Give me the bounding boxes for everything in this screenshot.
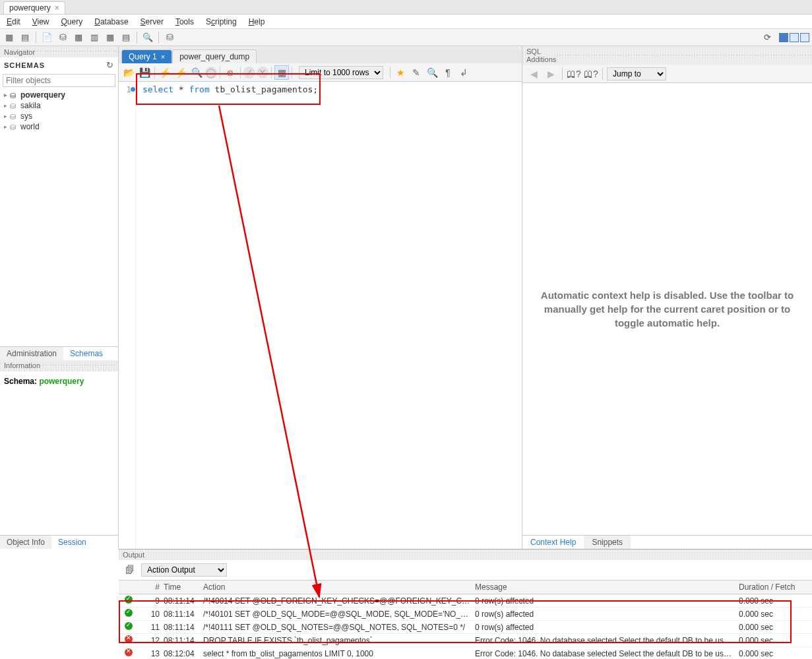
menu-edit[interactable]: Edit [7, 17, 20, 26]
col-msg-header[interactable]: Message [475, 582, 739, 592]
col-time-header[interactable]: Time [164, 582, 203, 592]
menu-tools[interactable]: Tools [175, 17, 194, 26]
inspector-icon[interactable]: ⛁ [56, 31, 69, 44]
separator [292, 67, 292, 78]
editor-tab-label: Query 1 [129, 52, 157, 61]
schema-item-sakila[interactable]: ▸sakila [0, 100, 118, 111]
menu-scripting[interactable]: Scripting [206, 17, 237, 26]
rollback-icon[interactable]: ✕ [257, 67, 268, 78]
tab-snippets[interactable]: Snippets [584, 536, 631, 549]
auto-help-icon[interactable]: 🕮? [567, 67, 581, 81]
stop-icon[interactable]: ◯ [205, 67, 217, 78]
save-icon[interactable]: 💾 [137, 65, 152, 80]
row-duration: 0.000 sec [739, 649, 805, 658]
navigator-header: Navigator ⋯⋯⋯⋯⋯⋯⋯⋯⋯⋯⋯⋯⋯⋯ [0, 46, 118, 57]
separator [271, 67, 272, 78]
tab-administration[interactable]: Administration [0, 347, 63, 360]
filter-input[interactable] [3, 74, 115, 87]
output-row[interactable]: 1008:11:14/*!40101 SET @OLD_SQL_MODE=@@S… [119, 608, 812, 621]
refresh-icon[interactable]: ↻ [106, 60, 114, 70]
new-sql-icon[interactable]: ▦ [3, 31, 16, 44]
close-icon[interactable]: × [161, 53, 165, 61]
output-title-label: Output [123, 551, 144, 559]
jump-to-select[interactable]: Jump to [607, 67, 666, 80]
row-time: 08:11:14 [164, 636, 203, 645]
nav-forward-icon[interactable]: ▶ [544, 67, 558, 81]
new-tab-icon[interactable]: ▤ [18, 31, 32, 44]
connection-tab[interactable]: powerquery × [3, 1, 65, 14]
menu-query[interactable]: Query [61, 17, 83, 26]
nav-back-icon[interactable]: ◀ [526, 67, 541, 81]
database-icon [10, 102, 18, 110]
close-icon[interactable]: × [55, 3, 59, 13]
manual-help-icon[interactable]: 🕮? [584, 67, 598, 81]
explain-icon[interactable]: 🔍 [189, 65, 204, 80]
stop-on-error-icon[interactable]: ⦻ [223, 65, 237, 80]
execute-icon[interactable]: ⚡ [158, 65, 172, 80]
grid-header: # Time Action Message Duration / Fetch [119, 580, 812, 594]
layout-3-icon[interactable] [800, 33, 809, 42]
tab-session[interactable]: Session [51, 536, 93, 549]
chevron-right-icon: ▸ [4, 92, 7, 98]
limit-select[interactable]: Limit to 1000 rows [299, 66, 383, 79]
sql-editor[interactable]: 1 select * from tb_olist_pagamentos; [119, 82, 522, 549]
information-title-label: Information [4, 361, 40, 369]
row-time: 08:11:14 [164, 623, 203, 632]
dots-icon: ⋯⋯⋯⋯⋯⋯⋯⋯⋯⋯⋯⋯⋯⋯⋯⋯⋯⋯⋯⋯⋯⋯⋯⋯⋯⋯⋯⋯⋯⋯ [556, 51, 812, 60]
separator [36, 32, 36, 44]
keyword-select: select [142, 84, 173, 94]
col-action-header[interactable]: Action [203, 582, 475, 592]
search-icon[interactable]: 🔍 [425, 65, 439, 80]
tab-context-help[interactable]: Context Help [522, 536, 584, 549]
func-icon[interactable]: ▤ [119, 31, 133, 44]
open-file-icon[interactable]: 📂 [121, 65, 136, 80]
menu-server[interactable]: Server [141, 17, 164, 26]
separator [137, 32, 137, 44]
row-num: 11 [139, 623, 164, 632]
menu-database[interactable]: Database [94, 17, 128, 26]
connection-tab-label: powerquery [9, 3, 51, 13]
schema-item-world[interactable]: ▸world [0, 121, 118, 132]
limit-rows-select[interactable]: Limit to 1000 rows [299, 66, 383, 79]
schema-item-powerquery[interactable]: ▸powerquery [0, 90, 118, 100]
layout-2-icon[interactable] [790, 33, 799, 42]
tab-object-info[interactable]: Object Info [0, 536, 51, 549]
database-icon [10, 123, 18, 131]
beautify-icon[interactable]: ★ [393, 65, 408, 80]
info-tabs: Object Info Session [0, 535, 118, 549]
output-type-select[interactable]: Action Output [141, 563, 227, 577]
menu-view[interactable]: View [32, 17, 49, 26]
schema-item-sys[interactable]: ▸sys [0, 111, 118, 121]
col-num-header[interactable]: # [139, 582, 164, 592]
sql-additions-header: SQL Additions ⋯⋯⋯⋯⋯⋯⋯⋯⋯⋯⋯⋯⋯⋯⋯⋯⋯⋯⋯⋯⋯⋯⋯⋯⋯⋯… [522, 46, 812, 65]
output-row[interactable]: 1108:11:14/*!40111 SET @OLD_SQL_NOTES=@@… [119, 621, 812, 634]
proc-icon[interactable]: ▦ [104, 31, 117, 44]
output-view-icon[interactable]: 🗐 [123, 563, 137, 577]
find-icon[interactable]: ✎ [409, 65, 423, 80]
editor-tab[interactable]: Query 1× [121, 49, 172, 63]
schema-key-label: Schema: [4, 377, 37, 386]
editor-tab[interactable]: power_query_dump [172, 49, 257, 63]
wrap-icon[interactable]: ↲ [456, 65, 471, 80]
search-icon[interactable]: 🔍 [141, 31, 154, 44]
execute-current-icon[interactable]: ⚡ [173, 65, 188, 80]
output-row[interactable]: 1208:11:14DROP TABLE IF EXISTS `tb_olist… [119, 634, 812, 647]
output-row[interactable]: 908:11:14/*!40014 SET @OLD_FOREIGN_KEY_C… [119, 594, 812, 608]
commit-icon[interactable]: ✓ [243, 67, 255, 78]
table-icon[interactable]: ▦ [72, 31, 85, 44]
sync-icon[interactable]: ⟳ [761, 31, 774, 44]
invisible-icon[interactable]: ¶ [441, 65, 455, 80]
row-action: /*!40111 SET @OLD_SQL_NOTES=@@SQL_NOTES,… [203, 623, 475, 632]
tab-schemas[interactable]: Schemas [63, 347, 109, 360]
layout-1-icon[interactable] [779, 33, 788, 42]
output-row[interactable]: 1308:12:04select * from tb_olist_pagamen… [119, 647, 812, 659]
view-icon[interactable]: ▥ [88, 31, 101, 44]
additions-tabs: Context Help Snippets [522, 535, 812, 549]
rebuild-icon[interactable]: ⛁ [163, 31, 176, 44]
database-icon [10, 112, 18, 120]
col-dur-header[interactable]: Duration / Fetch [739, 582, 805, 592]
open-sql-icon[interactable]: 📄 [40, 31, 53, 44]
menu-help[interactable]: Help [249, 17, 265, 26]
layout-switcher[interactable] [779, 33, 809, 42]
autocommit-icon[interactable]: ▦ [274, 65, 289, 80]
